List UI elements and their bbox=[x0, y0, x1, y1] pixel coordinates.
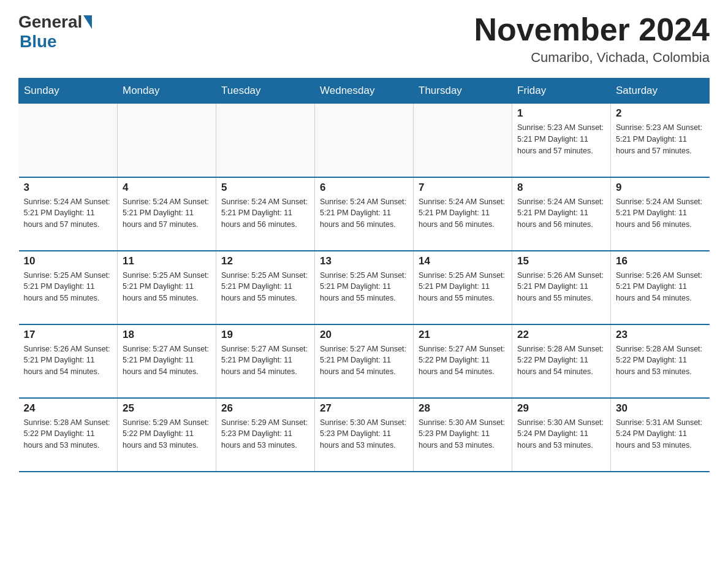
calendar-cell: 11Sunrise: 5:25 AM Sunset: 5:21 PM Dayli… bbox=[118, 251, 216, 324]
calendar-cell: 9Sunrise: 5:24 AM Sunset: 5:21 PM Daylig… bbox=[611, 177, 710, 251]
calendar-cell: 15Sunrise: 5:26 AM Sunset: 5:21 PM Dayli… bbox=[512, 251, 611, 324]
calendar-cell: 8Sunrise: 5:24 AM Sunset: 5:21 PM Daylig… bbox=[512, 177, 611, 251]
day-number: 19 bbox=[221, 329, 309, 341]
day-info: Sunrise: 5:25 AM Sunset: 5:21 PM Dayligh… bbox=[24, 270, 113, 304]
day-info: Sunrise: 5:27 AM Sunset: 5:22 PM Dayligh… bbox=[419, 343, 507, 378]
day-info: Sunrise: 5:26 AM Sunset: 5:21 PM Dayligh… bbox=[24, 343, 113, 378]
day-info: Sunrise: 5:29 AM Sunset: 5:22 PM Dayligh… bbox=[123, 417, 211, 451]
calendar-cell bbox=[19, 104, 118, 177]
day-info: Sunrise: 5:26 AM Sunset: 5:21 PM Dayligh… bbox=[517, 270, 605, 304]
calendar-cell: 26Sunrise: 5:29 AM Sunset: 5:23 PM Dayli… bbox=[216, 398, 315, 472]
month-title: November 2024 bbox=[474, 12, 710, 47]
day-info: Sunrise: 5:27 AM Sunset: 5:21 PM Dayligh… bbox=[320, 343, 408, 378]
logo: General Blue bbox=[18, 12, 93, 52]
day-info: Sunrise: 5:30 AM Sunset: 5:23 PM Dayligh… bbox=[419, 417, 507, 451]
calendar-header: Sunday Monday Tuesday Wednesday Thursday… bbox=[19, 79, 710, 104]
day-info: Sunrise: 5:26 AM Sunset: 5:21 PM Dayligh… bbox=[616, 270, 705, 304]
day-number: 11 bbox=[123, 255, 211, 267]
header-sunday: Sunday bbox=[19, 79, 118, 104]
day-info: Sunrise: 5:27 AM Sunset: 5:21 PM Dayligh… bbox=[123, 343, 211, 378]
calendar-cell: 30Sunrise: 5:31 AM Sunset: 5:24 PM Dayli… bbox=[611, 398, 710, 472]
day-info: Sunrise: 5:28 AM Sunset: 5:22 PM Dayligh… bbox=[616, 343, 705, 378]
day-number: 2 bbox=[616, 107, 705, 120]
calendar-cell: 6Sunrise: 5:24 AM Sunset: 5:21 PM Daylig… bbox=[315, 177, 414, 251]
day-info: Sunrise: 5:30 AM Sunset: 5:23 PM Dayligh… bbox=[320, 417, 408, 451]
calendar-cell: 23Sunrise: 5:28 AM Sunset: 5:22 PM Dayli… bbox=[611, 324, 710, 398]
day-number: 14 bbox=[419, 255, 507, 267]
title-section: November 2024 Cumaribo, Vichada, Colombi… bbox=[474, 12, 710, 66]
day-number: 24 bbox=[24, 402, 113, 415]
day-number: 8 bbox=[517, 182, 605, 194]
header-saturday: Saturday bbox=[611, 79, 710, 104]
calendar-cell: 18Sunrise: 5:27 AM Sunset: 5:21 PM Dayli… bbox=[118, 324, 216, 398]
day-info: Sunrise: 5:23 AM Sunset: 5:21 PM Dayligh… bbox=[616, 122, 705, 156]
day-info: Sunrise: 5:24 AM Sunset: 5:21 PM Dayligh… bbox=[24, 196, 113, 231]
day-info: Sunrise: 5:23 AM Sunset: 5:21 PM Dayligh… bbox=[517, 122, 605, 156]
calendar-cell: 28Sunrise: 5:30 AM Sunset: 5:23 PM Dayli… bbox=[414, 398, 512, 472]
day-number: 26 bbox=[221, 402, 309, 415]
calendar-week-4: 24Sunrise: 5:28 AM Sunset: 5:22 PM Dayli… bbox=[19, 398, 710, 472]
day-number: 3 bbox=[24, 182, 113, 194]
day-number: 18 bbox=[123, 329, 211, 341]
calendar-cell bbox=[414, 104, 512, 177]
calendar-table: Sunday Monday Tuesday Wednesday Thursday… bbox=[18, 78, 710, 472]
calendar-cell: 19Sunrise: 5:27 AM Sunset: 5:21 PM Dayli… bbox=[216, 324, 315, 398]
day-info: Sunrise: 5:24 AM Sunset: 5:21 PM Dayligh… bbox=[616, 196, 705, 231]
calendar-body: 1Sunrise: 5:23 AM Sunset: 5:21 PM Daylig… bbox=[19, 104, 710, 472]
day-number: 20 bbox=[320, 329, 408, 341]
day-info: Sunrise: 5:25 AM Sunset: 5:21 PM Dayligh… bbox=[123, 270, 211, 304]
day-number: 6 bbox=[320, 182, 408, 194]
calendar-cell: 12Sunrise: 5:25 AM Sunset: 5:21 PM Dayli… bbox=[216, 251, 315, 324]
day-number: 5 bbox=[221, 182, 309, 194]
day-info: Sunrise: 5:25 AM Sunset: 5:21 PM Dayligh… bbox=[221, 270, 309, 304]
day-info: Sunrise: 5:28 AM Sunset: 5:22 PM Dayligh… bbox=[24, 417, 113, 451]
day-number: 22 bbox=[517, 329, 605, 341]
calendar-cell: 5Sunrise: 5:24 AM Sunset: 5:21 PM Daylig… bbox=[216, 177, 315, 251]
logo-top: General bbox=[18, 12, 93, 32]
calendar-cell: 16Sunrise: 5:26 AM Sunset: 5:21 PM Dayli… bbox=[611, 251, 710, 324]
day-number: 30 bbox=[616, 402, 705, 415]
logo-general-text: General bbox=[18, 12, 82, 32]
calendar-cell: 22Sunrise: 5:28 AM Sunset: 5:22 PM Dayli… bbox=[512, 324, 611, 398]
calendar-week-3: 17Sunrise: 5:26 AM Sunset: 5:21 PM Dayli… bbox=[19, 324, 710, 398]
day-info: Sunrise: 5:24 AM Sunset: 5:21 PM Dayligh… bbox=[123, 196, 211, 231]
day-number: 25 bbox=[123, 402, 211, 415]
calendar-cell bbox=[315, 104, 414, 177]
logo-arrow-icon bbox=[83, 15, 92, 29]
calendar-cell: 21Sunrise: 5:27 AM Sunset: 5:22 PM Dayli… bbox=[414, 324, 512, 398]
logo-blue-text: Blue bbox=[20, 32, 57, 52]
day-info: Sunrise: 5:25 AM Sunset: 5:21 PM Dayligh… bbox=[320, 270, 408, 304]
page-header: General Blue November 2024 Cumaribo, Vic… bbox=[18, 12, 710, 66]
calendar-week-2: 10Sunrise: 5:25 AM Sunset: 5:21 PM Dayli… bbox=[19, 251, 710, 324]
calendar-cell: 2Sunrise: 5:23 AM Sunset: 5:21 PM Daylig… bbox=[611, 104, 710, 177]
day-info: Sunrise: 5:30 AM Sunset: 5:24 PM Dayligh… bbox=[517, 417, 605, 451]
calendar-cell bbox=[216, 104, 315, 177]
calendar-cell: 13Sunrise: 5:25 AM Sunset: 5:21 PM Dayli… bbox=[315, 251, 414, 324]
day-number: 9 bbox=[616, 182, 705, 194]
header-wednesday: Wednesday bbox=[315, 79, 414, 104]
calendar-cell: 27Sunrise: 5:30 AM Sunset: 5:23 PM Dayli… bbox=[315, 398, 414, 472]
calendar-cell: 3Sunrise: 5:24 AM Sunset: 5:21 PM Daylig… bbox=[19, 177, 118, 251]
day-number: 23 bbox=[616, 329, 705, 341]
calendar-cell: 25Sunrise: 5:29 AM Sunset: 5:22 PM Dayli… bbox=[118, 398, 216, 472]
calendar-cell: 29Sunrise: 5:30 AM Sunset: 5:24 PM Dayli… bbox=[512, 398, 611, 472]
header-friday: Friday bbox=[512, 79, 611, 104]
day-info: Sunrise: 5:24 AM Sunset: 5:21 PM Dayligh… bbox=[419, 196, 507, 231]
day-number: 1 bbox=[517, 107, 605, 120]
calendar-cell: 10Sunrise: 5:25 AM Sunset: 5:21 PM Dayli… bbox=[19, 251, 118, 324]
day-number: 21 bbox=[419, 329, 507, 341]
calendar-cell: 14Sunrise: 5:25 AM Sunset: 5:21 PM Dayli… bbox=[414, 251, 512, 324]
calendar-cell: 24Sunrise: 5:28 AM Sunset: 5:22 PM Dayli… bbox=[19, 398, 118, 472]
calendar-week-1: 3Sunrise: 5:24 AM Sunset: 5:21 PM Daylig… bbox=[19, 177, 710, 251]
calendar-cell: 7Sunrise: 5:24 AM Sunset: 5:21 PM Daylig… bbox=[414, 177, 512, 251]
day-number: 15 bbox=[517, 255, 605, 267]
day-number: 16 bbox=[616, 255, 705, 267]
header-monday: Monday bbox=[118, 79, 216, 104]
location-text: Cumaribo, Vichada, Colombia bbox=[474, 50, 710, 66]
calendar-cell: 1Sunrise: 5:23 AM Sunset: 5:21 PM Daylig… bbox=[512, 104, 611, 177]
day-info: Sunrise: 5:31 AM Sunset: 5:24 PM Dayligh… bbox=[616, 417, 705, 451]
day-info: Sunrise: 5:27 AM Sunset: 5:21 PM Dayligh… bbox=[221, 343, 309, 378]
day-number: 7 bbox=[419, 182, 507, 194]
calendar-cell: 20Sunrise: 5:27 AM Sunset: 5:21 PM Dayli… bbox=[315, 324, 414, 398]
header-thursday: Thursday bbox=[414, 79, 512, 104]
